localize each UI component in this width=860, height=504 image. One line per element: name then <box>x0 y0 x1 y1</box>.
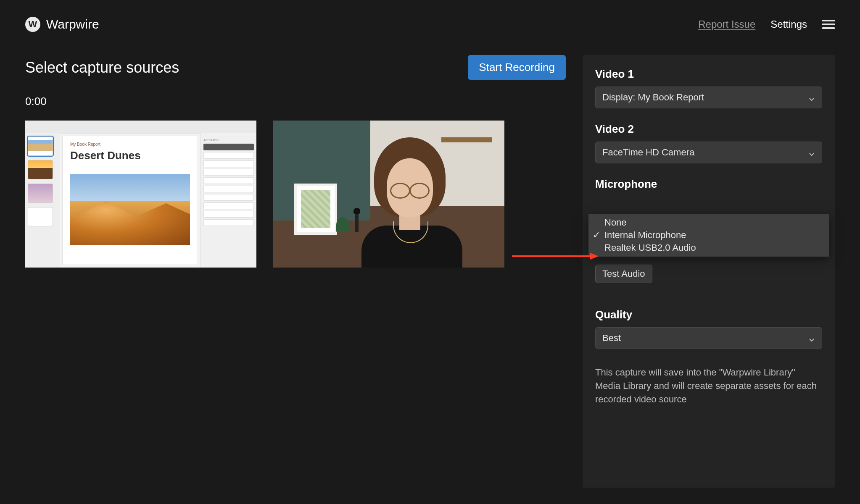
quality-select[interactable]: Best <box>595 327 822 349</box>
menu-icon[interactable] <box>822 20 835 29</box>
report-issue-link[interactable]: Report Issue <box>698 18 755 30</box>
brand-name: Warpwire <box>46 17 99 32</box>
mic-option-none-label: None <box>604 217 627 228</box>
chevron-down-icon <box>808 335 815 341</box>
left-column: Select capture sources Start Recording 0… <box>25 55 583 268</box>
settings-panel: Video 1 Display: My Book Report Video 2 … <box>583 55 835 488</box>
title-row: Select capture sources Start Recording <box>25 55 566 80</box>
capture-description: This capture will save into the "Warpwir… <box>595 366 822 406</box>
page-title: Select capture sources <box>25 59 179 76</box>
doc-title: Desert Dunes <box>70 149 190 162</box>
mic-option-realtek-label: Realtek USB2.0 Audio <box>604 242 696 253</box>
desert-dunes-image <box>70 174 190 245</box>
preview-video1[interactable]: My Book Report Desert Dunes Attribution <box>25 121 256 268</box>
video2-label: Video 2 <box>595 123 822 136</box>
app-header: W Warpwire Report Issue Settings <box>0 0 860 32</box>
mic-option-none[interactable]: None <box>588 216 829 229</box>
video2-value: FaceTime HD Camera <box>602 147 694 158</box>
test-audio-button[interactable]: Test Audio <box>595 265 652 283</box>
video2-select[interactable]: FaceTime HD Camera <box>595 142 822 163</box>
start-recording-button[interactable]: Start Recording <box>468 55 566 80</box>
timer: 0:00 <box>25 95 566 108</box>
chevron-down-icon <box>808 149 815 156</box>
quality-label: Quality <box>595 308 822 321</box>
previews-row: My Book Report Desert Dunes Attribution <box>25 121 566 268</box>
brand: W Warpwire <box>25 17 99 32</box>
brand-logo-letter: W <box>29 19 37 30</box>
settings-link[interactable]: Settings <box>770 18 807 30</box>
pages-app-mock: My Book Report Desert Dunes Attribution <box>25 121 256 268</box>
inspector-title: Attribution <box>203 138 254 142</box>
brand-logo-icon: W <box>25 17 40 32</box>
quality-value: Best <box>602 333 621 344</box>
mic-option-internal-label: Internal Microphone <box>604 230 686 241</box>
webcam-mock <box>273 121 504 268</box>
video1-select[interactable]: Display: My Book Report <box>595 87 822 108</box>
doc-subtitle: My Book Report <box>70 142 190 147</box>
microphone-label: Microphone <box>595 178 822 191</box>
header-right: Report Issue Settings <box>698 18 835 30</box>
mic-option-internal[interactable]: ✓Internal Microphone <box>588 229 829 242</box>
main: Select capture sources Start Recording 0… <box>0 32 860 488</box>
microphone-dropdown[interactable]: None ✓Internal Microphone Realtek USB2.0… <box>588 214 829 257</box>
checkmark-icon: ✓ <box>593 230 600 241</box>
video1-label: Video 1 <box>595 68 822 81</box>
preview-video2[interactable] <box>273 121 504 268</box>
video1-value: Display: My Book Report <box>602 92 704 103</box>
chevron-down-icon <box>808 94 815 101</box>
mic-option-realtek[interactable]: Realtek USB2.0 Audio <box>588 242 829 254</box>
